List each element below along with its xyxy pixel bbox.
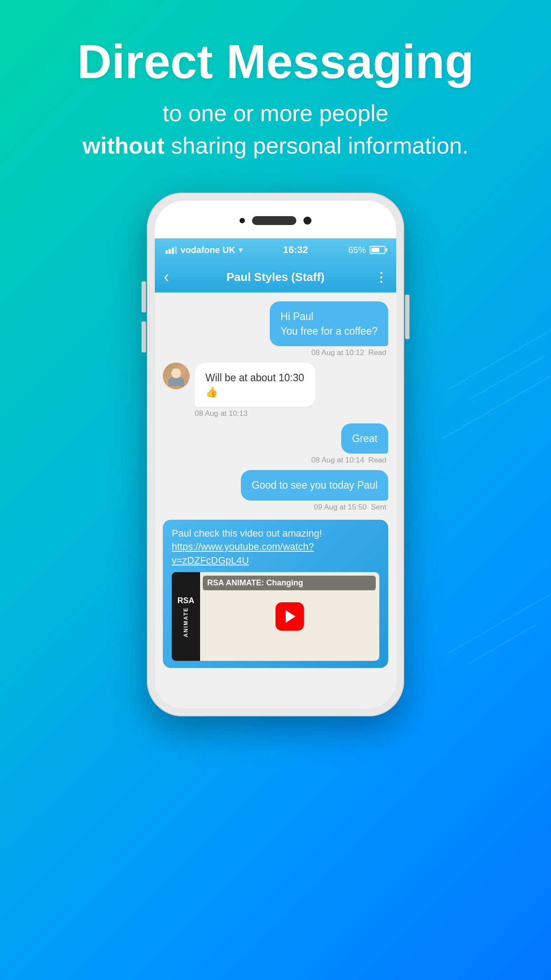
volume-up-button (142, 281, 146, 312)
signal-bar-3 (172, 248, 174, 254)
phone-inner: vodafone UK ▾ 16:32 65% ‹ Paul Styles (S… (155, 201, 396, 708)
carrier-text: vodafone UK (181, 245, 235, 255)
video-message: Paul check this video out amazing! https… (163, 520, 388, 668)
status-bar: vodafone UK ▾ 16:32 65% (155, 238, 396, 261)
rsa-r-text: RSA (177, 596, 194, 605)
bubble-out-3: Great (341, 423, 388, 454)
phone-screen: vodafone UK ▾ 16:32 65% ‹ Paul Styles (S… (155, 238, 396, 708)
chat-header: ‹ Paul Styles (Staff) ⋮ (155, 261, 396, 292)
video-thumbnail[interactable]: RSA ANIMATE RSA ANIMATE: Changing (172, 572, 379, 661)
signal-bar-1 (165, 250, 168, 254)
phone-mockup: vodafone UK ▾ 16:32 65% ‹ Paul Styles (S… (147, 193, 404, 716)
message-4: Good to see you today Paul 09 Aug at 15:… (163, 470, 388, 511)
hero-subtitle: to one or more people without sharing pe… (0, 97, 551, 162)
message-2: Will be at about 10:30 👍 08 Aug at 10:13 (163, 363, 388, 418)
rsa-animate-text: ANIMATE (183, 607, 189, 637)
msg-meta-1: 08 Aug at 10:12 Read (311, 348, 386, 357)
battery-icon (370, 246, 386, 254)
rsa-label: RSA ANIMATE (172, 572, 200, 661)
chat-area: Hi PaulYou free for a coffee? 08 Aug at … (155, 292, 396, 708)
message-2-row: Will be at about 10:30 👍 (163, 363, 331, 407)
wifi-icon: ▾ (239, 245, 243, 255)
camera-area (240, 216, 311, 225)
avatar-head (171, 368, 181, 378)
video-title: RSA ANIMATE: Changing (203, 576, 376, 590)
video-link[interactable]: https://www.youtube.com/watch?v=zDZFcDGp… (172, 541, 314, 566)
status-right: 65% (348, 245, 386, 255)
message-3: Great 08 Aug at 10:14 Read (163, 423, 388, 465)
front-camera (303, 217, 311, 225)
speaker (252, 216, 296, 225)
message-1: Hi PaulYou free for a coffee? 08 Aug at … (163, 301, 388, 357)
msg-meta-2: 08 Aug at 10:13 (195, 409, 248, 418)
message-5: Paul check this video out amazing! https… (163, 517, 388, 668)
phone-container: vodafone UK ▾ 16:32 65% ‹ Paul Styles (S… (0, 193, 551, 716)
play-icon (286, 610, 295, 623)
back-button[interactable]: ‹ (164, 269, 181, 285)
power-button (405, 295, 409, 339)
status-left: vodafone UK ▾ (165, 245, 243, 255)
avatar-image (163, 363, 189, 389)
msg-meta-4: 09 Aug at 15:50 Sent (314, 503, 386, 512)
hero-title: Direct Messaging (0, 36, 551, 88)
subtitle-line1: to one or more people (163, 100, 389, 126)
hero-section: Direct Messaging to one or more people w… (0, 0, 551, 179)
signal-bars (165, 246, 177, 254)
battery-percentage: 65% (348, 245, 366, 255)
battery-fill (371, 248, 379, 252)
signal-bar-2 (169, 249, 171, 254)
more-button[interactable]: ⋮ (370, 270, 387, 285)
subtitle-line2: sharing personal information. (165, 133, 468, 158)
bubble-in-2: Will be at about 10:30 👍 (195, 363, 315, 407)
bubble-out-1: Hi PaulYou free for a coffee? (270, 301, 388, 346)
msg-meta-3: 08 Aug at 10:14 Read (311, 456, 386, 465)
chat-title: Paul Styles (Staff) (181, 270, 370, 284)
subtitle-bold: without (83, 133, 165, 158)
avatar-body (168, 377, 184, 386)
play-button[interactable] (276, 602, 304, 631)
bubble-out-4: Good to see you today Paul (241, 470, 388, 500)
phone-top-bar (155, 201, 396, 241)
volume-down-button (142, 321, 146, 352)
camera-dot (240, 218, 245, 223)
video-text: Paul check this video out amazing! https… (172, 527, 379, 568)
avatar-person (168, 366, 184, 386)
signal-bar-4 (175, 246, 177, 254)
avatar (163, 363, 189, 389)
status-time: 16:32 (283, 244, 308, 256)
